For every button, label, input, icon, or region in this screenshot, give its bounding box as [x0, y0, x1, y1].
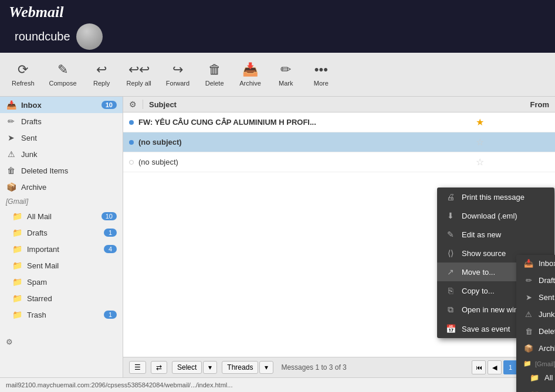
sidebar-item-junk[interactable]: ⚠ Junk — [0, 146, 123, 162]
sub-drafts[interactable]: ✏ Drafts — [516, 272, 555, 289]
drafts2-icon: 📁 — [12, 228, 22, 237]
reply-all-icon: ↩↩ — [128, 62, 150, 77]
delete-icon: 🗑 — [208, 62, 221, 77]
prev-page-button[interactable]: ◀ — [488, 360, 502, 374]
sub-sent-label: Sent — [539, 293, 555, 302]
ctx-download[interactable]: ⬇ Download (.eml) — [437, 206, 554, 225]
unread-dot — [129, 120, 134, 125]
more-label: More — [314, 80, 329, 87]
star-icon[interactable]: ★ — [474, 117, 486, 128]
settings-icon: ⚙ — [6, 338, 13, 346]
refresh-button[interactable]: ⟳ Refresh — [6, 59, 40, 90]
table-row[interactable]: (no subject) ☆ — [123, 152, 555, 172]
sidebar-item-deleted[interactable]: 🗑 Deleted Items — [0, 162, 123, 179]
sidebar-item-drafts[interactable]: ✏ Drafts — [0, 113, 123, 129]
compose-button[interactable]: ✎ Compose — [43, 59, 83, 90]
email-subject: (no subject) — [138, 158, 469, 166]
submenu: 📥 Inbox ✏ Drafts ➤ Sent ⚠ Junk 🗑 Deleted… — [516, 255, 555, 392]
ctx-print-label: Print this message — [462, 193, 546, 202]
more-button[interactable]: ••• More — [305, 59, 337, 90]
sub-deleted-label: Deleted Items — [539, 327, 555, 336]
sub-all-mail[interactable]: 📁 All Mail — [516, 369, 555, 386]
sidebar-item-sent[interactable]: ➤ Sent — [0, 129, 123, 146]
sub-inbox-icon: 📥 — [523, 259, 534, 268]
star-icon[interactable]: ☆ — [474, 156, 486, 168]
sidebar-item-important[interactable]: 📁 Important 4 — [0, 241, 123, 257]
roundcube-icon — [76, 23, 103, 50]
select-arrow[interactable]: ▾ — [203, 361, 217, 374]
table-row[interactable]: FW: YÊU CẦU CUNG CẤP ALUMINIUM H PROFI..… — [123, 113, 555, 132]
delete-label: Delete — [205, 80, 224, 87]
list-view-button[interactable]: ☰ — [129, 361, 146, 374]
sub-all-mail-label: All Mail — [544, 373, 555, 382]
sub-sent-icon: ➤ — [523, 293, 534, 302]
star-icon[interactable]: ☆ — [474, 137, 486, 148]
sub-junk[interactable]: ⚠ Junk — [516, 306, 555, 323]
ctx-edit-new[interactable]: ✎ Edit as new — [437, 225, 554, 244]
sidebar-item-inbox[interactable]: 📥 Inbox 10 — [0, 97, 123, 113]
sub-junk-icon: ⚠ — [523, 310, 534, 319]
sidebar-item-sent-mail[interactable]: 📁 Sent Mail — [0, 257, 123, 274]
toolbar: ⟳ Refresh ✎ Compose ↩ Reply ↩↩ Reply all… — [0, 53, 555, 97]
sidebar-starred-label: Starred — [27, 294, 117, 303]
current-page[interactable]: 1 — [503, 360, 517, 374]
options-button[interactable]: ⇄ — [151, 361, 167, 374]
select-dropdown-container: Select ▾ — [172, 361, 217, 374]
sidebar-item-all-mail[interactable]: 📁 All Mail 10 — [0, 208, 123, 224]
sub-archive-label: Archive — [539, 344, 555, 353]
download-icon: ⬇ — [445, 211, 456, 220]
deleted-icon: 🗑 — [6, 166, 16, 175]
roundcube-brand: roundcube — [15, 23, 103, 50]
threads-dropdown-container: Threads ▾ — [222, 361, 273, 374]
sent-mail-icon: 📁 — [12, 261, 22, 270]
edit-new-icon: ✎ — [445, 230, 456, 239]
sub-deleted[interactable]: 🗑 Deleted Items — [516, 323, 555, 340]
drafts-icon: ✏ — [6, 117, 16, 126]
mark-icon: ✏ — [280, 62, 291, 77]
mark-button[interactable]: ✏ Mark — [270, 59, 302, 90]
list-gear-icon[interactable]: ⚙ — [129, 100, 137, 109]
from-header: From — [490, 100, 549, 109]
reply-all-button[interactable]: ↩↩ Reply all — [121, 59, 157, 90]
sub-archive[interactable]: 📦 Archive — [516, 340, 555, 357]
read-dot — [129, 160, 134, 165]
sidebar-item-trash[interactable]: 📁 Trash 1 — [0, 306, 123, 323]
email-subject: (no subject) — [138, 138, 469, 146]
important-badge: 4 — [104, 245, 117, 253]
sidebar-drafts-label: Drafts — [21, 117, 117, 126]
forward-button[interactable]: ↪ Forward — [160, 59, 195, 90]
sidebar-item-drafts2[interactable]: 📁 Drafts 1 — [0, 224, 123, 241]
sub-inbox[interactable]: 📥 Inbox — [516, 255, 555, 272]
archive-label: Archive — [239, 80, 261, 87]
junk-icon: ⚠ — [6, 149, 16, 159]
email-list: ⚙ Subject From FW: YÊU CẦU CUNG CẤP ALUM… — [123, 97, 555, 377]
table-row[interactable]: (no subject) ☆ — [123, 132, 555, 152]
threads-button[interactable]: Threads — [222, 361, 258, 374]
sidebar-spam-label: Spam — [27, 278, 117, 287]
first-page-button[interactable]: ⏮ — [472, 360, 486, 374]
reply-label: Reply — [93, 80, 110, 87]
sub-sent[interactable]: ➤ Sent — [516, 289, 555, 306]
ctx-edit-new-label: Edit as new — [462, 230, 546, 239]
sub-all-mail-icon: 📁 — [529, 373, 540, 382]
sidebar-settings[interactable]: ⚙ — [0, 335, 123, 349]
compose-icon: ✎ — [57, 62, 68, 77]
important-icon: 📁 — [12, 244, 22, 254]
threads-arrow[interactable]: ▾ — [259, 361, 273, 374]
sidebar-item-starred[interactable]: 📁 Starred — [0, 290, 123, 306]
reply-button[interactable]: ↩ Reply — [86, 59, 118, 90]
select-button[interactable]: Select — [172, 361, 202, 374]
sub-inbox-label: Inbox — [539, 259, 555, 268]
roundcube-label: roundcube — [15, 30, 70, 43]
archive-icon: 📥 — [242, 62, 258, 77]
sidebar-all-mail-label: All Mail — [27, 212, 97, 221]
inbox-badge: 10 — [101, 101, 117, 109]
delete-button[interactable]: 🗑 Delete — [198, 59, 231, 90]
sidebar-item-archive[interactable]: 📦 Archive — [0, 179, 123, 195]
refresh-label: Refresh — [12, 80, 35, 87]
archive-button[interactable]: 📥 Archive — [233, 59, 267, 90]
ctx-print[interactable]: 🖨 Print this message — [437, 188, 554, 206]
sidebar-item-spam[interactable]: 📁 Spam — [0, 274, 123, 290]
sub-drafts2[interactable]: 📁 Drafts — [516, 386, 555, 392]
open-window-icon: ⧉ — [445, 305, 456, 315]
